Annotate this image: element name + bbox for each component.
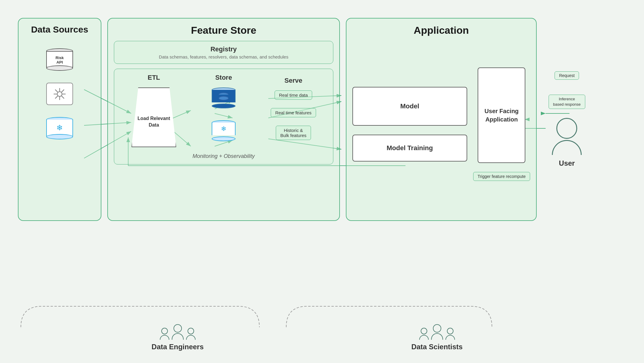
svg-line-28	[61, 90, 64, 92]
model-training-box: Model Training	[352, 135, 467, 161]
user-area: Request Inferencebased response User	[549, 71, 585, 167]
registry-title: Registry	[120, 45, 327, 53]
app-inner: Model Model Training User FacingApplicat…	[352, 42, 530, 206]
registry-box: Registry Data schemas, features, resolve…	[114, 41, 333, 64]
person-icon-3	[186, 328, 196, 340]
application-section: Application Model Model Training User Fa…	[346, 18, 537, 221]
data-engineers-label: Data Engineers	[151, 343, 204, 351]
user-facing-label: User FacingApplication	[484, 107, 518, 124]
historic-db-icon: ❄	[212, 120, 236, 141]
data-engineers-icon	[160, 324, 196, 340]
person-icon-2	[172, 324, 184, 340]
person-icon-1	[160, 328, 169, 340]
etl-store-serve-box: ETL Load Relevant Data Store	[114, 69, 333, 164]
trigger-tag: Trigger feature recompute	[473, 172, 530, 181]
user-facing-box: User FacingApplication	[478, 67, 525, 163]
scientist-icon-3	[445, 328, 455, 340]
application-title: Application	[352, 24, 530, 36]
user-body	[552, 140, 582, 155]
serve-tag-historic: Historic &Bulk features	[276, 126, 311, 140]
load-relevant-data-box: Load Relevant Data	[131, 87, 176, 147]
request-tag: Request	[555, 71, 579, 80]
data-source-icons: RiskAPI	[46, 48, 73, 139]
user-section: Request Inferencebased response User	[549, 18, 585, 221]
ml-icon	[46, 83, 73, 105]
scientist-icon-2	[431, 324, 443, 340]
data-sources-section: Data Sources RiskAPI	[18, 18, 101, 221]
svg-point-21	[57, 92, 62, 96]
diagram-container: Data Sources RiskAPI	[0, 0, 644, 363]
inference-tag: Inferencebased response	[549, 95, 585, 109]
user-icon: User	[552, 118, 582, 167]
data-engineers-area: Data Engineers	[151, 324, 204, 351]
svg-line-27	[61, 96, 64, 99]
svg-line-26	[55, 90, 58, 92]
monitoring-bar: Monitoring + Observability	[119, 153, 328, 159]
model-label: Model	[400, 102, 419, 110]
store-label: Store	[189, 74, 258, 81]
user-head	[556, 118, 577, 139]
model-training-label: Model Training	[387, 144, 433, 152]
etl-label: ETL	[119, 74, 189, 81]
data-scientists-icon	[419, 324, 455, 340]
risk-api-item: RiskAPI	[46, 48, 73, 71]
data-sources-title: Data Sources	[31, 24, 88, 35]
model-box: Model	[352, 87, 467, 126]
data-scientists-label: Data Scientists	[411, 343, 463, 351]
bottom-section: Data Engineers Data Scientists	[18, 324, 626, 351]
snowflake-icon: ❄	[46, 117, 73, 139]
svg-line-29	[55, 96, 58, 99]
serve-col: Serve Real time data Real time features …	[258, 74, 328, 148]
feature-store-title: Feature Store	[114, 24, 333, 36]
etl-col: ETL Load Relevant Data	[119, 74, 189, 147]
serve-label: Serve	[284, 77, 302, 84]
trigger-area: Trigger feature recompute	[473, 172, 530, 181]
serve-tag-realtime-data: Real time data	[275, 90, 312, 100]
risk-api-icon: RiskAPI	[46, 48, 73, 71]
data-scientists-area: Data Scientists	[411, 324, 463, 351]
registry-subtitle: Data schemas, features, resolvers, data …	[120, 54, 327, 59]
realtime-db-icon	[212, 87, 236, 108]
serve-tag-realtime-features: Real time features	[271, 108, 316, 117]
store-col: Store	[189, 74, 258, 141]
load-label: Load Relevant Data	[132, 106, 176, 129]
user-facing-col: User FacingApplication Trigger feature r…	[473, 67, 530, 181]
snowflake-item: ❄	[46, 117, 73, 139]
feature-store-section: Feature Store Registry Data schemas, fea…	[107, 18, 340, 221]
scientist-icon-1	[419, 328, 429, 340]
svg-point-32	[219, 96, 228, 100]
ml-platform-item	[46, 83, 73, 105]
model-col: Model Model Training	[352, 87, 467, 161]
user-label: User	[559, 159, 575, 167]
etl-columns: ETL Load Relevant Data Store	[119, 74, 328, 148]
